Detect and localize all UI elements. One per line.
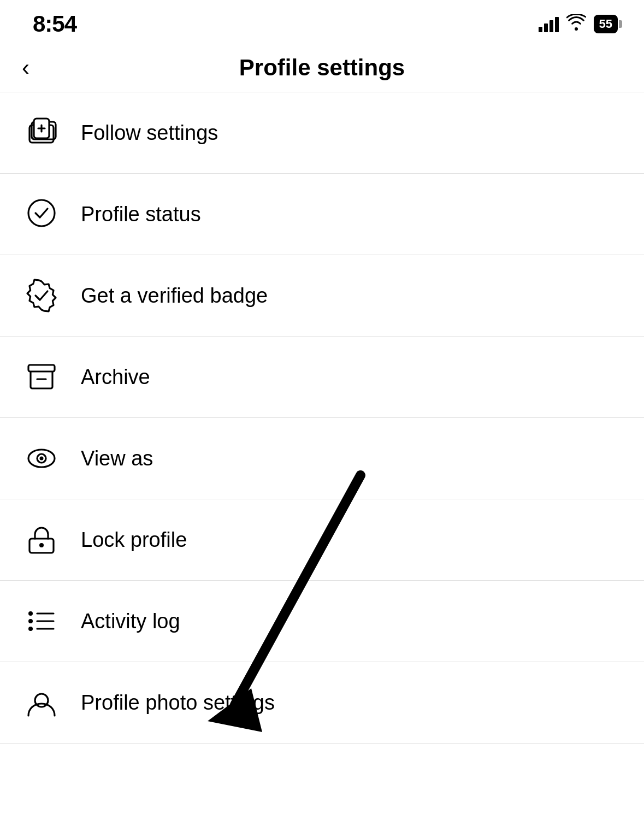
verified-badge-icon (22, 276, 61, 315)
status-bar: 8:54 55 (0, 0, 644, 44)
status-time: 8:54 (33, 11, 76, 37)
menu-list: Follow settings Profile status Get a ver… (0, 92, 644, 744)
archive-label: Archive (81, 365, 150, 389)
svg-point-9 (40, 457, 44, 461)
svg-rect-5 (28, 365, 55, 371)
activity-log-label: Activity log (81, 610, 180, 633)
header: ‹ Profile settings (0, 44, 644, 92)
svg-point-12 (28, 619, 33, 623)
menu-item-view-as[interactable]: View as (0, 418, 644, 499)
profile-status-label: Profile status (81, 203, 201, 226)
profile-status-icon (22, 194, 61, 234)
profile-photo-settings-icon (22, 683, 61, 722)
activity-log-icon (22, 601, 61, 641)
signal-icon (539, 16, 559, 32)
profile-photo-settings-label: Profile photo settings (81, 691, 275, 715)
menu-item-verified-badge[interactable]: Get a verified badge (0, 255, 644, 337)
follow-settings-icon (22, 113, 61, 152)
back-button[interactable]: ‹ (22, 56, 29, 79)
menu-item-follow-settings[interactable]: Follow settings (0, 92, 644, 174)
view-as-icon (22, 439, 61, 478)
page-title: Profile settings (22, 55, 622, 81)
svg-point-11 (28, 611, 33, 616)
lock-profile-label: Lock profile (81, 528, 187, 552)
view-as-label: View as (81, 447, 153, 470)
lock-profile-icon (22, 520, 61, 559)
menu-item-profile-status[interactable]: Profile status (0, 174, 644, 255)
archive-icon (22, 357, 61, 397)
svg-point-13 (28, 627, 33, 631)
follow-settings-label: Follow settings (81, 121, 218, 145)
svg-point-10 (39, 543, 44, 547)
menu-item-lock-profile[interactable]: Lock profile (0, 499, 644, 581)
wifi-icon (566, 14, 586, 34)
menu-item-archive[interactable]: Archive (0, 337, 644, 418)
menu-item-activity-log[interactable]: Activity log (0, 581, 644, 662)
verified-badge-label: Get a verified badge (81, 284, 268, 308)
battery-icon: 55 (594, 15, 618, 33)
status-icons: 55 (539, 14, 618, 34)
menu-item-profile-photo-settings[interactable]: Profile photo settings (0, 662, 644, 744)
